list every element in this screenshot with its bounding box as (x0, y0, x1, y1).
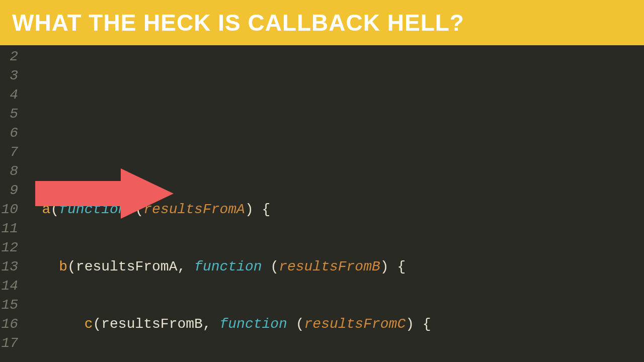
svg-marker-0 (35, 168, 174, 219)
line-number: 5 (0, 105, 18, 124)
line-number: 16 (0, 315, 18, 334)
line-gutter: 2 3 4 5 6 7 8 9 10 11 12 13 14 15 16 17 (0, 47, 25, 362)
line-number: 2 (0, 47, 18, 66)
line-number: 3 (0, 66, 18, 85)
line-number: 15 (0, 296, 18, 315)
arrow-right-icon (35, 166, 176, 221)
line-number: 11 (0, 219, 18, 238)
page-title: WHAT THE HECK IS CALLBACK HELL? (12, 10, 464, 36)
line-number: 8 (0, 162, 18, 181)
line-number: 10 (0, 200, 18, 219)
line-number: 13 (0, 257, 18, 277)
line-number: 7 (0, 143, 18, 162)
code-line-2 (25, 85, 644, 105)
code-line-5: b(resultsFromA, function (resultsFromB) … (25, 257, 644, 277)
code-line-3 (25, 143, 644, 162)
line-number: 9 (0, 181, 18, 200)
line-number: 14 (0, 277, 18, 296)
code-line-6: c(resultsFromB, function (resultsFromC) … (25, 315, 644, 334)
line-number: 12 (0, 238, 18, 257)
line-number: 17 (0, 334, 18, 353)
line-number: 4 (0, 85, 18, 105)
title-bar: WHAT THE HECK IS CALLBACK HELL? (0, 0, 644, 45)
line-number: 6 (0, 124, 18, 143)
